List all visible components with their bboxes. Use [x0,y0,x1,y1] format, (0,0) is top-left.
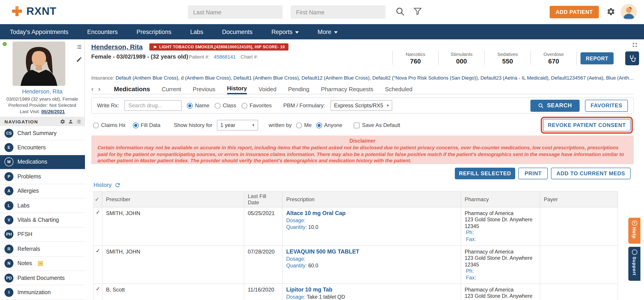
last-visit-date-link[interactable]: 05/26/2021 [41,109,65,114]
sidebar-patient-name[interactable]: Henderson, Rita [0,88,84,95]
tab-scheduled[interactable]: Scheduled [385,84,412,94]
pharmacy-zip: 12345 [465,223,536,230]
drug-search-input[interactable] [124,100,182,111]
sidebar-item-patient-documents[interactable]: PDPatient Documents [0,271,85,286]
support-icon [632,250,637,255]
refill-selected-button[interactable]: REFILL SELECTED [455,168,515,179]
sidebar-item-vitals-charting[interactable]: VVitals & Charting [0,213,85,228]
col-payer: Payer [540,192,618,207]
radio-anyone[interactable] [316,122,322,128]
gear-icon[interactable] [60,119,65,124]
add-patient-button[interactable]: ADD PATIENT [550,6,599,18]
pharmacy-cell: Pharmacy of America 123 Gold Stone Dr. A… [461,207,540,246]
search-icon[interactable] [395,7,405,16]
favorites-button[interactable]: FAVORITES [585,100,628,112]
nav-encounters[interactable]: Encounters [87,28,118,35]
radio-class[interactable] [215,102,220,108]
revoke-patient-consent-button[interactable]: REVOKE PATIENT CONSENT [543,119,630,132]
history-controls: Claims Hx Fill Data Show history for 1 y… [93,118,634,132]
written-by-me-option[interactable]: Me [296,122,312,128]
history-period-select[interactable]: 1 year ▾ [217,120,258,130]
tabs-scroll-right-icon[interactable]: › [98,86,100,92]
radio-label: Class [223,102,236,109]
list-icon[interactable] [76,119,82,124]
select-all-check[interactable]: ✓ [94,192,102,207]
row-select-check[interactable]: ✓ [94,284,102,300]
nav-labs[interactable]: Labs [190,28,204,35]
tab-previous[interactable]: Previous [193,84,215,94]
pharmacy-name: Pharmacy of America [465,210,536,216]
support-tab[interactable]: Support [628,247,640,281]
gear-icon[interactable] [606,7,616,16]
edit-icon[interactable] [76,56,82,62]
report-button[interactable]: REPORT [580,52,614,64]
last-name-input[interactable] [188,5,283,19]
item-badge: I [4,288,14,297]
stethoscope-icon[interactable] [625,52,639,65]
note-icon [38,261,43,266]
rxnt-logo[interactable]: RXNT [11,5,56,18]
nav-label: Labs [190,28,204,35]
patient-photo[interactable] [12,42,65,86]
row-select-check[interactable]: ✓ [94,207,102,246]
history-section-header: History [94,182,121,188]
sidebar-item-allergies[interactable]: AAllergies [0,184,85,198]
radio-fill-data[interactable] [132,122,138,128]
tab-current[interactable]: Current [162,84,181,94]
nav-documents[interactable]: Documents [222,28,253,35]
help-tab[interactable]: ? Help [628,218,640,244]
disclaimer-box: Disclaimer Certain information may not b… [91,136,634,164]
first-name-input[interactable] [291,5,386,19]
radio-claims-hx[interactable] [93,122,99,128]
nav-more[interactable]: More [318,28,338,35]
tab-history[interactable]: History [227,84,247,94]
expand-icon[interactable] [632,42,638,48]
tabs-scroll-left-icon[interactable]: ‹ [91,86,94,92]
sidebar-item-labs[interactable]: LLabs [0,198,85,213]
tab-pharmacy-requests[interactable]: Pharmacy Requests [321,84,374,94]
search-by-favorites-option[interactable]: Favorites [242,102,272,109]
add-to-current-meds-button[interactable]: ADD TO CURRENT MEDS [551,168,630,179]
nav-prescriptions[interactable]: Prescriptions [136,28,171,35]
rxnt-cross-icon [11,5,23,18]
filter-icon[interactable] [413,7,422,16]
save-as-default-option[interactable]: Save As Default [354,122,400,128]
sidebar-item-pfsh[interactable]: PHPFSH [0,227,85,242]
list-icon[interactable] [76,44,82,50]
search-button[interactable]: SEARCH [530,100,580,112]
patient-number-link[interactable]: 45868141 [214,54,236,60]
score-label: Overdose [531,52,576,57]
sidebar-item-medications[interactable]: MMedications [0,155,85,170]
nav-reports[interactable]: Reports [272,28,299,35]
user-avatar[interactable] [621,4,637,20]
row-select-check[interactable]: ✓ [94,246,102,284]
patient-name-link[interactable]: Henderson, Rita [91,43,143,50]
write-rx-bar: Write Rx: Name Class Favorites PBM / For… [91,98,634,114]
fill-data-option[interactable]: Fill Data [132,122,160,128]
person-icon[interactable] [68,119,73,124]
search-by-class-option[interactable]: Class [215,102,236,109]
search-by-name-option[interactable]: Name [187,102,209,109]
nav-todays-appointments[interactable]: Today's Appointments [10,28,68,35]
radio-label: Favorites [250,102,272,109]
radio-name[interactable] [187,102,193,108]
radio-me[interactable] [296,122,302,128]
tab-voided[interactable]: Voided [259,84,276,94]
written-by-label: written by [268,122,292,128]
sidebar-item-problems[interactable]: PProblems [0,170,85,184]
sidebar-item-chart-summary[interactable]: CSChart Summary [0,126,85,140]
patient-demographics: Female - 03/02/1989 - (32 years old) [91,53,188,60]
save-as-default-checkbox[interactable] [354,122,360,128]
claims-hx-option[interactable]: Claims Hx [93,122,126,128]
written-by-anyone-option[interactable]: Anyone [316,122,342,128]
pharmacy-cell: Pharmacy of America 123 Gold Stone Dr. A… [461,246,540,284]
refresh-icon[interactable] [115,182,121,188]
print-button[interactable]: PRINT [518,168,548,179]
sidebar-item-referrals[interactable]: RReferrals [0,242,85,256]
pbm-formulary-select[interactable]: Express Scripts/RX5 ▾ [330,100,392,111]
sidebar-item-encounters[interactable]: EEncounters [0,140,85,155]
tab-pending[interactable]: Pending [288,84,309,94]
radio-favorites[interactable] [242,102,247,108]
sidebar-item-immunization[interactable]: IImmunization [0,286,85,300]
sidebar-item-notes[interactable]: NNotes [0,256,85,271]
